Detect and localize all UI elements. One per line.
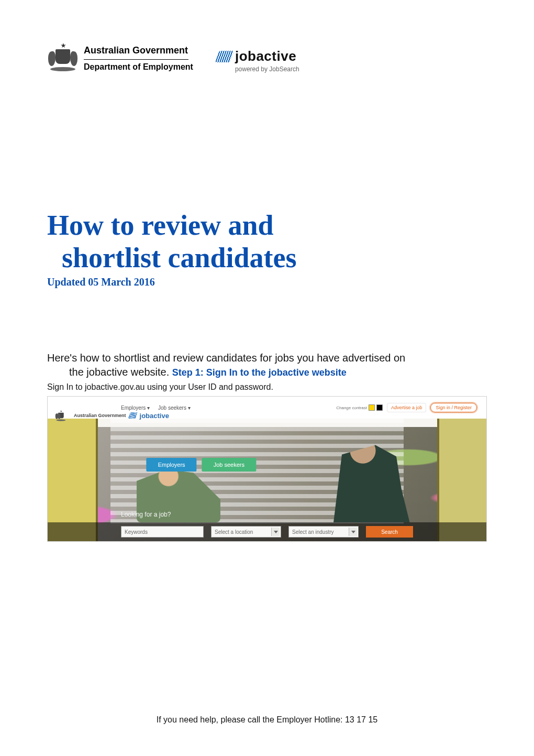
aus-gov-top: Australian Government bbox=[84, 45, 193, 56]
header-logos: Australian Government Department of Empl… bbox=[47, 42, 487, 73]
aus-gov-bottom: Department of Employment bbox=[84, 62, 193, 72]
screenshot-jobactive-title: jobactive bbox=[140, 412, 169, 420]
looking-for-job-label: Looking for a job? bbox=[121, 511, 171, 518]
advertise-job-button[interactable]: Advertise a job bbox=[387, 403, 427, 412]
screenshot-gov-text: Australian Government bbox=[74, 413, 126, 418]
location-placeholder: Select a location bbox=[215, 529, 253, 535]
title-line-1: How to review and bbox=[47, 210, 273, 241]
jobactive-mark-icon bbox=[215, 51, 234, 62]
chevron-down-icon bbox=[274, 531, 278, 533]
aus-gov-logo: Australian Government Department of Empl… bbox=[47, 42, 193, 72]
step-1-heading: Step 1: Sign In to the jobactive website bbox=[172, 367, 347, 378]
dropdown-icon bbox=[271, 528, 280, 536]
contrast-yellow-icon[interactable] bbox=[369, 404, 375, 411]
jobactive-subtitle: powered by JobSearch bbox=[217, 65, 299, 73]
coat-of-arms-icon bbox=[47, 42, 79, 71]
chevron-down-icon bbox=[351, 531, 355, 533]
jobactive-title: jobactive bbox=[235, 48, 296, 64]
industry-placeholder: Select an industry bbox=[292, 529, 334, 535]
screenshot-topbar: Australian Government jobactive Employer… bbox=[48, 397, 486, 419]
hero-jobseekers-button[interactable]: Job seekers bbox=[202, 458, 256, 472]
contrast-toggle[interactable]: Change contrast bbox=[336, 404, 383, 411]
intro-line-1: Here's how to shortlist and review candi… bbox=[47, 352, 405, 364]
updated-date: Updated 05 March 2016 bbox=[47, 276, 487, 288]
intro-line-2: the jobactive website. bbox=[69, 366, 172, 378]
intro-text: Here's how to shortlist and review candi… bbox=[47, 351, 487, 379]
signin-instruction: Sign In to jobactive.gov.au using your U… bbox=[47, 382, 487, 392]
page-title: How to review and shortlist candidates bbox=[47, 209, 487, 274]
aus-gov-text: Australian Government Department of Empl… bbox=[84, 42, 193, 72]
industry-select[interactable]: Select an industry bbox=[288, 526, 359, 538]
contrast-label: Change contrast bbox=[336, 406, 367, 410]
highlight-ring-icon bbox=[429, 402, 478, 413]
jobactive-screenshot: Australian Government jobactive Employer… bbox=[47, 396, 487, 542]
jobactive-mark-mini-icon bbox=[128, 412, 137, 419]
search-bar: Keywords Select a location Select an ind… bbox=[48, 522, 486, 541]
hero-buttons: Employers Job seekers bbox=[147, 458, 256, 472]
coat-of-arms-mini-icon bbox=[55, 410, 61, 421]
contrast-black-icon[interactable] bbox=[376, 404, 383, 411]
screenshot-topbar-logo: Australian Government jobactive bbox=[55, 401, 169, 430]
location-select[interactable]: Select a location bbox=[211, 526, 281, 538]
title-line-2: shortlist candidates bbox=[47, 242, 487, 274]
page: Australian Government Department of Empl… bbox=[0, 0, 534, 756]
keywords-placeholder: Keywords bbox=[125, 529, 148, 535]
jobactive-logo: jobactive powered by JobSearch bbox=[217, 42, 299, 73]
search-button[interactable]: Search bbox=[366, 526, 413, 538]
hero-employers-button[interactable]: Employers bbox=[147, 458, 197, 472]
sign-in-register-button[interactable]: Sign in / Register bbox=[430, 403, 477, 412]
footer-text: If you need help, please call the Employ… bbox=[0, 715, 534, 725]
dropdown-icon bbox=[349, 528, 357, 536]
keywords-input[interactable]: Keywords bbox=[121, 526, 204, 538]
